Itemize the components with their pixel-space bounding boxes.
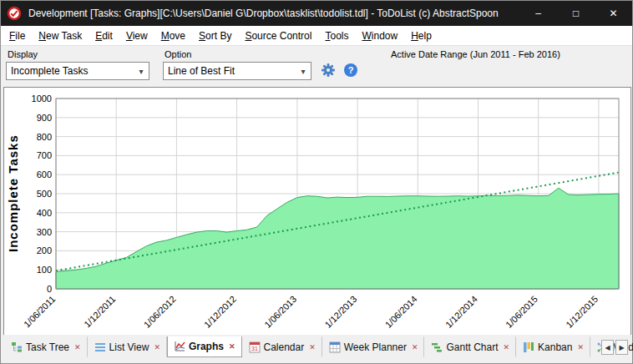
tab-label: Week Planner (344, 341, 407, 353)
tab-close-icon[interactable]: ✕ (154, 343, 160, 351)
help-icon: ? (343, 63, 358, 79)
svg-text:1/12/2014: 1/12/2014 (443, 294, 479, 330)
svg-text:1000: 1000 (32, 94, 52, 104)
display-combobox[interactable]: Incomplete Tasks ▾ (6, 62, 149, 80)
svg-text:1/06/2012: 1/06/2012 (142, 294, 178, 330)
svg-text:31: 31 (251, 346, 258, 351)
kanban-icon (523, 341, 534, 353)
menu-window[interactable]: Window (355, 27, 404, 45)
week-planner-icon (329, 341, 341, 353)
window-title: Development [Tasks: Graphs][C:\Users\Dan… (28, 8, 499, 19)
menu-file[interactable]: File (3, 27, 32, 45)
gantt-chart-icon (431, 341, 443, 353)
svg-text:1/12/2011: 1/12/2011 (82, 294, 118, 330)
svg-text:1/12/2013: 1/12/2013 (322, 294, 358, 330)
svg-text:700: 700 (37, 150, 52, 160)
todolist-window: Development [Tasks: Graphs][C:\Users\Dan… (0, 0, 633, 364)
tab-close-icon[interactable]: ✕ (577, 343, 584, 351)
help-button[interactable]: ? (342, 62, 360, 80)
svg-text:400: 400 (37, 208, 52, 218)
menu-source-control[interactable]: Source Control (238, 27, 318, 45)
graphs-icon (174, 341, 185, 352)
tab-close-icon[interactable]: ✕ (74, 343, 81, 351)
tab-label: Calendar (264, 341, 305, 353)
app-icon[interactable] (7, 6, 22, 21)
tab-label: Gantt Chart (446, 341, 498, 353)
display-combobox-value: Incomplete Tasks (7, 65, 134, 77)
svg-text:800: 800 (37, 132, 52, 142)
svg-text:900: 900 (37, 113, 52, 123)
tab-scroll-right-icon[interactable]: ▶ (615, 340, 628, 355)
menu-edit[interactable]: Edit (89, 27, 119, 45)
svg-text:1/06/2015: 1/06/2015 (504, 294, 539, 330)
tab-scroll-buttons: ◀ ▶ (601, 340, 628, 355)
svg-text:1/12/2015: 1/12/2015 (564, 294, 600, 330)
tab-close-icon[interactable]: ✕ (309, 343, 316, 351)
tab-label: Kanban (538, 341, 572, 353)
svg-text:1/12/2012: 1/12/2012 (202, 294, 238, 330)
tab-list-view[interactable]: List View ✕ (88, 336, 167, 357)
menu-help[interactable]: Help (404, 27, 438, 45)
list-view-icon (94, 341, 106, 353)
svg-text:?: ? (348, 65, 354, 75)
svg-text:1/06/2013: 1/06/2013 (262, 294, 298, 330)
tab-label: Task Tree (26, 341, 69, 353)
chevron-down-icon: ▾ (296, 67, 311, 76)
window-controls: – □ ✕ (519, 1, 632, 26)
tab-gantt-chart[interactable]: Gantt Chart ✕ (424, 336, 516, 357)
close-button[interactable]: ✕ (595, 1, 632, 26)
gear-icon (321, 63, 336, 79)
display-label: Display (8, 49, 38, 59)
title-bar: Development [Tasks: Graphs][C:\Users\Dan… (1, 1, 632, 26)
graph-settings-button[interactable] (319, 62, 337, 80)
svg-text:1/06/2011: 1/06/2011 (24, 294, 57, 330)
menu-move[interactable]: Move (154, 27, 192, 45)
task-tree-icon (11, 341, 23, 353)
svg-text:100: 100 (37, 265, 52, 275)
graph-toolbar: Display Incomplete Tasks ▾ Option Line o… (1, 47, 632, 87)
tab-week-planner[interactable]: Week Planner ✕ (322, 336, 425, 357)
tab-kanban[interactable]: Kanban ✕ (516, 336, 590, 357)
svg-text:1/06/2014: 1/06/2014 (383, 294, 419, 330)
option-combobox-value: Line of Best Fit (164, 65, 296, 77)
tab-label: Graphs (189, 341, 224, 352)
chart-panel: Incomplete Tasks 01002003004005006007008… (3, 87, 631, 336)
tab-calendar[interactable]: 31 Calendar ✕ (242, 336, 322, 357)
svg-text:200: 200 (37, 245, 52, 255)
menu-view[interactable]: View (119, 27, 154, 45)
menu-tools[interactable]: Tools (318, 27, 355, 45)
incomplete-tasks-chart: 010020030040050060070080090010001/06/201… (24, 88, 630, 334)
menu-bar: File New Task Edit View Move Sort By Sou… (1, 26, 632, 46)
tab-scroll-left-icon[interactable]: ◀ (601, 340, 614, 355)
tab-graphs[interactable]: Graphs ✕ (167, 336, 242, 357)
maximize-button[interactable]: □ (557, 1, 595, 26)
tab-task-tree[interactable]: Task Tree ✕ (4, 336, 88, 357)
tab-close-icon[interactable]: ✕ (412, 343, 418, 351)
view-tab-bar: Task Tree ✕ List View ✕ (2, 335, 631, 362)
svg-text:0: 0 (47, 284, 52, 294)
svg-text:500: 500 (37, 189, 52, 199)
active-date-range-label: Active Date Range (Jun 2011 - Feb 2016) (391, 49, 560, 59)
menu-new-task[interactable]: New Task (32, 27, 89, 45)
tab-label: List View (109, 341, 149, 353)
menu-sort-by[interactable]: Sort By (192, 27, 238, 45)
option-label: Option (165, 49, 191, 59)
minimize-button[interactable]: – (519, 1, 557, 26)
chevron-down-icon: ▾ (134, 67, 149, 76)
y-axis-title: Incomplete Tasks (6, 88, 24, 300)
tab-close-icon[interactable]: ✕ (229, 342, 235, 351)
tab-close-icon[interactable]: ✕ (503, 343, 509, 351)
option-combobox[interactable]: Line of Best Fit ▾ (163, 62, 311, 80)
calendar-icon: 31 (249, 341, 261, 353)
svg-text:300: 300 (37, 227, 52, 237)
svg-text:600: 600 (37, 169, 52, 179)
